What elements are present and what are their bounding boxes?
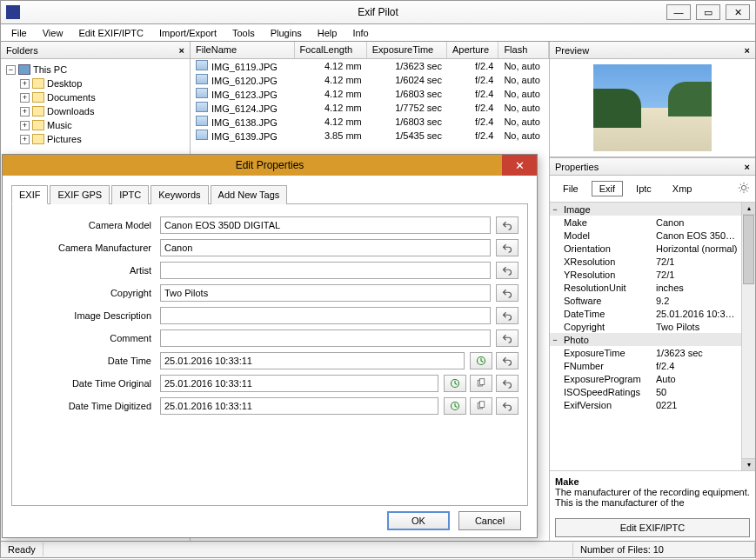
field-input-camera-model[interactable]: [160, 216, 491, 234]
maximize-button[interactable]: ▭: [696, 4, 720, 20]
menu-edit-exif-iptc[interactable]: Edit EXIF/IPTC: [71, 26, 151, 40]
expand-icon[interactable]: +: [20, 135, 30, 144]
field-input-comment[interactable]: [160, 329, 491, 347]
scroll-down-icon[interactable]: ▾: [742, 458, 755, 470]
file-row[interactable]: IMG_6120.JPG4.12 mm1/6024 secf/2.4No, au…: [191, 73, 549, 87]
dialog-tab-keywords[interactable]: Keywords: [151, 185, 208, 204]
undo-icon[interactable]: [496, 262, 518, 279]
dialog-titlebar[interactable]: Edit Properties ✕: [3, 155, 537, 176]
menu-view[interactable]: View: [36, 26, 70, 40]
props-tab-exif[interactable]: Exif: [592, 181, 623, 196]
field-input-image-description[interactable]: [160, 307, 491, 324]
props-tab-file[interactable]: File: [555, 181, 586, 196]
dialog-tab-exif[interactable]: EXIF: [11, 185, 48, 204]
close-button[interactable]: ✕: [726, 4, 750, 20]
prop-row[interactable]: ExposureProgramAuto: [550, 372, 741, 385]
props-tab-iptc[interactable]: Iptc: [628, 181, 659, 196]
prop-group[interactable]: −Photo: [550, 333, 741, 346]
menu-import-export[interactable]: Import/Export: [152, 26, 224, 40]
ok-button[interactable]: OK: [387, 511, 450, 530]
tree-item-pictures[interactable]: +Pictures: [3, 132, 188, 146]
undo-icon[interactable]: [496, 397, 518, 415]
folder-tree[interactable]: − This PC +Desktop+Documents+Downloads+M…: [1, 59, 190, 150]
collapse-icon[interactable]: −: [550, 336, 560, 344]
prop-row[interactable]: Software9.2: [550, 294, 741, 307]
collapse-icon[interactable]: −: [550, 205, 560, 214]
collapse-icon[interactable]: −: [6, 65, 16, 75]
prop-row[interactable]: ExposureTime1/3623 sec: [550, 346, 741, 359]
column-focallength[interactable]: FocalLength: [295, 42, 367, 58]
prop-row[interactable]: ResolutionUnitinches: [550, 281, 741, 294]
titlebar[interactable]: Exif Pilot — ▭ ✕: [0, 0, 756, 24]
menu-file[interactable]: File: [4, 26, 34, 40]
clock-icon[interactable]: [444, 375, 466, 392]
undo-icon[interactable]: [496, 216, 518, 234]
expand-icon[interactable]: +: [20, 79, 30, 89]
tree-root[interactable]: − This PC: [3, 63, 188, 77]
minimize-button[interactable]: —: [666, 4, 691, 20]
tree-item-desktop[interactable]: +Desktop: [3, 77, 188, 90]
cancel-button[interactable]: Cancel: [458, 511, 521, 530]
file-row[interactable]: IMG_6139.JPG3.85 mm1/5435 secf/2.4No, au…: [191, 129, 549, 143]
folders-close-icon[interactable]: ×: [179, 45, 184, 56]
file-row[interactable]: IMG_6124.JPG4.12 mm1/7752 secf/2.4No, au…: [191, 101, 549, 115]
menu-plugins[interactable]: Plugins: [264, 26, 309, 40]
menu-tools[interactable]: Tools: [225, 26, 262, 40]
scrollbar[interactable]: ▴ ▾: [741, 203, 755, 470]
undo-icon[interactable]: [496, 329, 518, 347]
dialog-tabs[interactable]: EXIFEXIF GPSIPTCKeywordsAdd New Tags: [3, 176, 537, 203]
menu-help[interactable]: Help: [311, 26, 345, 40]
prop-row[interactable]: OrientationHorizontal (normal): [550, 242, 741, 255]
props-tab-xmp[interactable]: Xmp: [665, 181, 700, 196]
clock-icon[interactable]: [444, 397, 466, 415]
prop-row[interactable]: ExifVersion0221: [550, 398, 741, 411]
expand-icon[interactable]: +: [20, 107, 30, 116]
dialog-tab-iptc[interactable]: IPTC: [111, 185, 149, 204]
prop-group[interactable]: −Image: [550, 203, 741, 216]
menu-info[interactable]: Info: [345, 26, 375, 40]
column-flash[interactable]: Flash: [498, 42, 549, 58]
field-input-camera-manufacturer[interactable]: [160, 239, 491, 256]
prop-row[interactable]: XResolution72/1: [550, 255, 741, 268]
clock-icon[interactable]: [470, 352, 492, 369]
file-rows[interactable]: IMG_6119.JPG4.12 mm1/3623 secf/2.4No, au…: [191, 59, 549, 143]
undo-icon[interactable]: [496, 375, 518, 392]
field-input-date-time-original[interactable]: [160, 375, 438, 392]
preview-close-icon[interactable]: ×: [745, 45, 750, 56]
dialog-close-button[interactable]: ✕: [502, 155, 537, 176]
prop-row[interactable]: CopyrightTwo Pilots: [550, 320, 741, 333]
column-filename[interactable]: FileName: [191, 42, 295, 58]
prop-row[interactable]: FNumberf/2.4: [550, 359, 741, 372]
tree-item-music[interactable]: +Music: [3, 118, 188, 132]
gear-icon[interactable]: [738, 182, 750, 196]
undo-icon[interactable]: [496, 352, 518, 369]
field-input-date-time-digitized[interactable]: [160, 397, 438, 415]
prop-row[interactable]: ISOSpeedRatings50: [550, 385, 741, 398]
properties-tabs[interactable]: FileExifIptcXmp: [550, 176, 755, 202]
copy-icon[interactable]: [470, 397, 492, 415]
expand-icon[interactable]: +: [20, 121, 30, 130]
field-input-date-time[interactable]: [160, 352, 465, 369]
prop-row[interactable]: MakeCanon: [550, 216, 741, 229]
undo-icon[interactable]: [496, 307, 518, 324]
prop-row[interactable]: YResolution72/1: [550, 268, 741, 281]
expand-icon[interactable]: +: [20, 93, 30, 103]
prop-row[interactable]: ModelCanon EOS 350…: [550, 229, 741, 242]
tree-item-downloads[interactable]: +Downloads: [3, 104, 188, 118]
properties-grid[interactable]: −ImageMakeCanonModelCanon EOS 350…Orient…: [550, 202, 755, 471]
file-columns[interactable]: FileNameFocalLengthExposureTimeApertureF…: [191, 42, 549, 59]
properties-close-icon[interactable]: ×: [745, 162, 750, 172]
column-aperture[interactable]: Aperture: [447, 42, 498, 58]
scroll-up-icon[interactable]: ▴: [742, 203, 755, 215]
dialog-tab-add-new-tags[interactable]: Add New Tags: [211, 185, 288, 204]
tree-item-documents[interactable]: +Documents: [3, 90, 188, 104]
field-input-artist[interactable]: [160, 262, 491, 279]
file-row[interactable]: IMG_6138.JPG4.12 mm1/6803 secf/2.4No, au…: [191, 115, 549, 129]
scroll-thumb[interactable]: [743, 215, 754, 284]
column-exposuretime[interactable]: ExposureTime: [367, 42, 447, 58]
dialog-tab-exif-gps[interactable]: EXIF GPS: [50, 185, 110, 204]
edit-exif-iptc-button[interactable]: Edit EXIF/IPTC: [555, 518, 750, 537]
file-row[interactable]: IMG_6119.JPG4.12 mm1/3623 secf/2.4No, au…: [191, 59, 549, 73]
prop-row[interactable]: DateTime25.01.2016 10:3…: [550, 307, 741, 320]
field-input-copyright[interactable]: [160, 284, 491, 302]
